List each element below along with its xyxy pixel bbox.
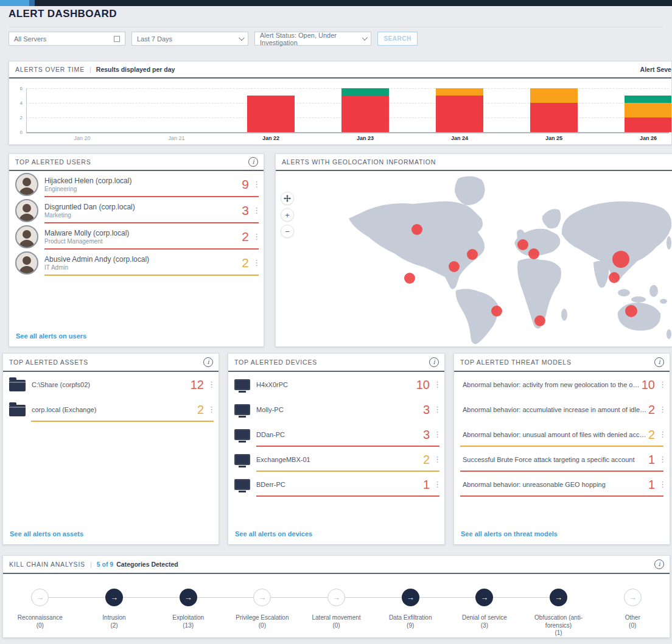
see-all-assets-link[interactable]: See all alerts on assets (10, 530, 83, 537)
device-name: ExchangeMBX-01 (256, 456, 423, 463)
device-row[interactable]: H4xX0rPC10⋮ (228, 372, 444, 397)
alert-status-dropdown[interactable]: Alert Status: Open, Under Investigation (254, 32, 371, 46)
geo-alert-marker[interactable] (449, 261, 460, 272)
threat-model-row[interactable]: Abnormal behavior: unreasonable GEO hopp… (454, 472, 670, 497)
alerts-over-time-panel: ALERTS OVER TIME | Results displayed per… (9, 61, 672, 145)
user-row[interactable]: Malware Molly (corp.local)Product Manage… (9, 223, 264, 250)
alert-count: 2 (197, 404, 204, 416)
kebab-menu-icon[interactable]: ⋮ (659, 405, 665, 413)
bar-segment-red (436, 96, 483, 132)
asset-row[interactable]: corp.local (Exchange)2⋮ (3, 397, 219, 422)
kill-chain-step[interactable]: →Other(0) (595, 574, 670, 636)
top-alerted-assets-panel: TOP ALERTED ASSETS C:\Share (corpfs02)12… (2, 353, 219, 545)
device-row[interactable]: Molly-PC3⋮ (228, 397, 444, 422)
threat-model-row[interactable]: Abnormal behavior: unusual amount of fil… (454, 422, 670, 447)
map-zoom-in-button[interactable]: + (281, 208, 294, 222)
kill-chain-step[interactable]: →Denial of service(3) (447, 574, 522, 636)
threat-models-list: Abnormal behavior: activity from new geo… (454, 372, 670, 497)
kill-chain-step[interactable]: →Privilege Escalation(0) (225, 574, 299, 636)
kebab-menu-icon[interactable]: ⋮ (659, 455, 665, 463)
user-row[interactable]: Disgruntled Dan (corp.local)Marketing3⋮ (9, 197, 264, 223)
kebab-menu-icon[interactable]: ⋮ (659, 380, 665, 388)
title-divider (9, 27, 663, 27)
kill-chain-stage-active-icon: → (475, 589, 493, 606)
date-range-dropdown[interactable]: Last 7 Days (131, 32, 248, 46)
kill-chain-stage-inactive-icon: → (253, 589, 271, 606)
geo-alert-marker[interactable] (528, 248, 539, 259)
info-icon[interactable] (654, 357, 664, 367)
kill-chain-step[interactable]: →Obfuscation (anti-forensics)(1) (522, 574, 596, 636)
threat-model-name: Abnormal behavior: accumulative increase… (463, 406, 648, 413)
user-row[interactable]: Hijacked Helen (corp.local)Engineering9⋮ (9, 171, 264, 197)
kebab-menu-icon[interactable]: ⋮ (659, 430, 665, 438)
kebab-menu-icon[interactable]: ⋮ (253, 259, 259, 267)
map-pan-button[interactable] (281, 192, 294, 205)
alert-count: 1 (423, 478, 430, 491)
device-row[interactable]: BDerr-PC1⋮ (228, 472, 444, 497)
kebab-menu-icon[interactable]: ⋮ (253, 206, 259, 214)
info-icon[interactable] (248, 157, 258, 167)
kebab-menu-icon[interactable]: ⋮ (208, 380, 214, 388)
see-all-devices-link[interactable]: See all alerts on devices (235, 530, 312, 537)
alert-count: 3 (242, 204, 249, 217)
kebab-menu-icon[interactable]: ⋮ (659, 480, 665, 488)
device-row[interactable]: ExchangeMBX-012⋮ (228, 447, 444, 472)
geo-alert-marker[interactable] (609, 272, 620, 283)
geo-alert-marker[interactable] (612, 251, 629, 268)
geo-alert-marker[interactable] (625, 305, 637, 317)
info-icon[interactable] (654, 559, 664, 569)
kebab-menu-icon[interactable]: ⋮ (433, 480, 439, 488)
bar-segment-green (341, 88, 389, 96)
top-alerted-threat-models-header: TOP ALERTED THREAT MODELS (454, 354, 670, 372)
geo-alert-marker[interactable] (404, 273, 415, 284)
geo-alert-marker[interactable] (534, 315, 545, 326)
info-icon[interactable] (429, 357, 439, 367)
threat-model-name: Abnormal behavior: unusual amount of fil… (463, 431, 648, 438)
device-row[interactable]: DDan-PC3⋮ (228, 422, 444, 447)
map-zoom-out-button[interactable]: − (281, 225, 294, 238)
top-alerted-users-header: TOP ALERTED USERS (9, 154, 264, 171)
server-filter-dropdown[interactable]: All Servers (9, 32, 125, 46)
asset-name: C:\Share (corpfs02) (32, 381, 191, 388)
world-map[interactable]: + − (276, 171, 671, 346)
kill-chain-step[interactable]: →Exploitation(13) (151, 574, 225, 636)
kebab-menu-icon[interactable]: ⋮ (253, 233, 259, 240)
alerts-over-time-subtitle: Results displayed per day (96, 66, 175, 73)
kill-chain-detected-label: Categories Detected (116, 561, 178, 568)
kill-chain-stage-count: (0) (259, 622, 266, 629)
user-row[interactable]: Abusive Admin Andy (corp.local)IT Admin2… (9, 250, 264, 276)
threat-model-row[interactable]: Successful Brute Force attack targeting … (454, 447, 670, 472)
kill-chain-step[interactable]: →Data Exfiltration(9) (373, 574, 447, 636)
kill-chain-step[interactable]: →Reconnaissance(0) (3, 574, 77, 636)
info-icon[interactable] (203, 357, 213, 367)
threat-model-row[interactable]: Abnormal behavior: accumulative increase… (454, 397, 670, 422)
kill-chain-step[interactable]: →Intrusion(2) (77, 574, 152, 636)
alert-count: 2 (648, 429, 655, 441)
search-button[interactable]: SEARCH (377, 32, 418, 46)
threat-model-row[interactable]: Abnormal behavior: activity from new geo… (454, 372, 670, 397)
top-alerted-devices-title: TOP ALERTED DEVICES (234, 359, 317, 366)
kebab-menu-icon[interactable]: ⋮ (433, 455, 439, 463)
asset-row[interactable]: C:\Share (corpfs02)12⋮ (3, 372, 219, 397)
kebab-menu-icon[interactable]: ⋮ (208, 405, 214, 413)
geo-alert-marker[interactable] (411, 224, 422, 235)
y-axis-tick: 2 (9, 115, 23, 121)
geo-alert-marker[interactable] (491, 306, 502, 317)
kill-chain-body: →Reconnaissance(0)→Intrusion(2)→Exploita… (3, 574, 670, 637)
kill-chain-stage-count: (2) (110, 622, 117, 629)
see-all-threat-models-link[interactable]: See all alerts on threat models (461, 530, 558, 537)
kill-chain-step[interactable]: →Lateral movement(0) (299, 574, 374, 636)
kebab-menu-icon[interactable]: ⋮ (433, 380, 439, 388)
top-alerted-assets-title: TOP ALERTED ASSETS (9, 359, 88, 366)
kill-chain-stage-count: (0) (37, 622, 44, 629)
kebab-menu-icon[interactable]: ⋮ (433, 430, 439, 438)
kill-chain-stage-count: (9) (407, 622, 414, 629)
geo-alert-marker[interactable] (467, 249, 478, 260)
see-all-users-link[interactable]: See all alerts on users (16, 332, 86, 340)
kebab-menu-icon[interactable]: ⋮ (253, 180, 259, 188)
kebab-menu-icon[interactable]: ⋮ (433, 405, 439, 413)
monitor-icon (234, 379, 250, 390)
x-axis-label: Jan 23 (338, 135, 393, 141)
geo-alert-marker[interactable] (517, 239, 528, 250)
kill-chain-stage-label: Reconnaissance (18, 614, 63, 622)
